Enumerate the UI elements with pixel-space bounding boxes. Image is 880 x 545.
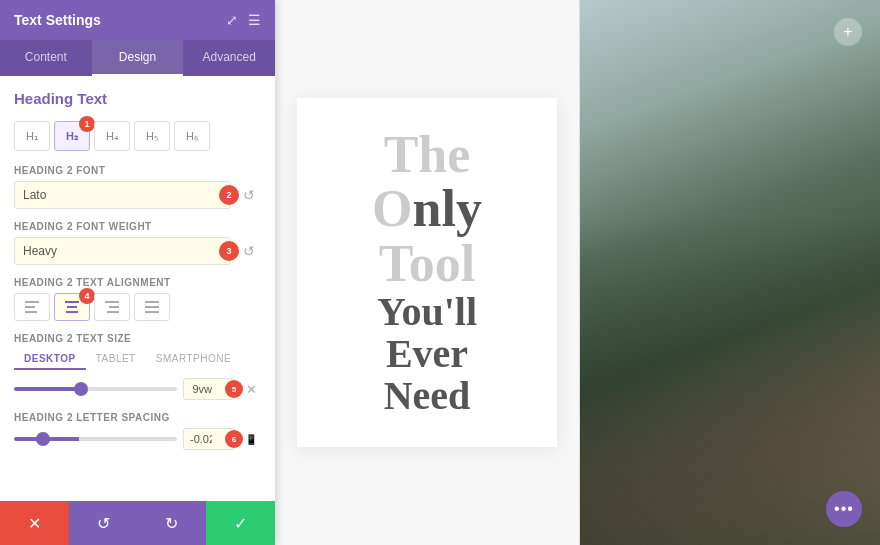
spacing-device-button[interactable]: 📱 [241,429,261,449]
spacing-slider-row: 6 📱 [14,428,261,450]
svg-rect-4 [67,306,77,308]
spacing-slider[interactable] [14,437,177,441]
h2-badge: 1 [79,116,95,132]
weight-input[interactable] [14,237,231,265]
weight-label: Heading 2 Font Weight [14,221,261,232]
font-input[interactable] [14,181,231,209]
left-panel: Text Settings ⤢ ☰ Content Design Advance… [0,0,275,545]
preview-line-1: The [321,128,533,183]
device-tab-desktop[interactable]: DESKTOP [14,349,86,370]
photo-panel: + ••• [580,0,880,545]
panel-header: Text Settings ⤢ ☰ [0,0,275,40]
svg-rect-11 [145,311,159,313]
font-row: 2 ↺ [14,181,261,209]
tab-content[interactable]: Content [0,40,92,76]
section-title: Heading Text [14,90,261,107]
device-tab-tablet[interactable]: TABLET [86,349,146,370]
svg-rect-2 [25,311,37,313]
svg-rect-9 [145,301,159,303]
cancel-button[interactable]: ✕ [0,501,69,545]
redo-button[interactable]: ↻ [138,501,207,545]
weight-reset-button[interactable]: ↺ [237,239,261,263]
panel-tabs: Content Design Advanced [0,40,275,76]
spacing-value-wrap: 6 [183,428,235,450]
preview-line-2-only: O [372,180,412,237]
h1-button[interactable]: H₁ [14,121,50,151]
size-label: Heading 2 Text Size [14,333,261,344]
align-right-button[interactable] [94,293,130,321]
size-field-group: Heading 2 Text Size DESKTOP TABLET SMART… [14,333,261,400]
weight-input-wrap: 3 [14,237,231,265]
preview-line-2: Only [321,182,533,237]
panel-content: Heading Text H₁ H₂ 1 H₄ H₅ H₆ Heading 2 … [0,76,275,501]
size-value-wrap: 5 [183,378,235,400]
weight-badge: 3 [219,241,239,261]
menu-icon[interactable]: ☰ [248,12,261,28]
size-slider[interactable] [14,387,177,391]
svg-rect-8 [107,311,119,313]
svg-rect-3 [65,301,79,303]
h6-button[interactable]: H₆ [174,121,210,151]
font-reset-button[interactable]: ↺ [237,183,261,207]
photo-add-button[interactable]: + [834,18,862,46]
h2-button[interactable]: H₂ 1 [54,121,90,151]
svg-rect-1 [25,306,35,308]
preview-line-6: Need [321,375,533,417]
device-tab-smartphone[interactable]: SMARTPHONE [146,349,241,370]
align-left-button[interactable] [14,293,50,321]
size-clear-button[interactable]: ✕ [241,379,261,399]
preview-line-3: Tool [321,237,533,292]
undo-button[interactable]: ↺ [69,501,138,545]
device-tabs: DESKTOP TABLET SMARTPHONE [14,349,261,370]
alignment-label: Heading 2 Text Alignment [14,277,261,288]
alignment-buttons: 4 [14,293,261,321]
panel-header-icons: ⤢ ☰ [226,12,261,28]
preview-line-4: You'll [321,291,533,333]
svg-rect-5 [66,311,78,313]
font-input-wrap: 2 [14,181,231,209]
weight-field-group: Heading 2 Font Weight 3 ↺ [14,221,261,265]
save-button[interactable]: ✓ [206,501,275,545]
preview-line-5: Ever [321,333,533,375]
panel-footer: ✕ ↺ ↻ ✓ [0,501,275,545]
panel-title: Text Settings [14,12,101,28]
preview-card: The Only Tool You'll Ever Need [297,98,557,448]
size-badge: 5 [225,380,243,398]
photo-menu-button[interactable]: ••• [826,491,862,527]
h5-button[interactable]: H₅ [134,121,170,151]
alignment-field-group: Heading 2 Text Alignment 4 [14,277,261,321]
svg-rect-0 [25,301,39,303]
expand-icon[interactable]: ⤢ [226,12,238,28]
tab-design[interactable]: Design [92,40,184,76]
align-badge: 4 [79,288,95,304]
font-field-group: Heading 2 Font 2 ↺ [14,165,261,209]
svg-rect-7 [109,306,119,308]
align-justify-button[interactable] [134,293,170,321]
svg-rect-10 [145,306,159,308]
spacing-badge: 6 [225,430,243,448]
spacing-field-group: Heading 2 Letter Spacing 6 📱 [14,412,261,450]
font-label: Heading 2 Font [14,165,261,176]
spacing-label: Heading 2 Letter Spacing [14,412,261,423]
font-badge: 2 [219,185,239,205]
preview-text: The Only Tool You'll Ever Need [321,128,533,418]
preview-panel: The Only Tool You'll Ever Need [275,0,580,545]
align-center-button[interactable]: 4 [54,293,90,321]
preview-line-2-nly: nly [413,180,482,237]
h4-button[interactable]: H₄ [94,121,130,151]
size-slider-row: 5 ✕ [14,378,261,400]
svg-rect-6 [105,301,119,303]
tab-advanced[interactable]: Advanced [183,40,275,76]
weight-row: 3 ↺ [14,237,261,265]
heading-buttons: H₁ H₂ 1 H₄ H₅ H₆ [14,121,261,151]
